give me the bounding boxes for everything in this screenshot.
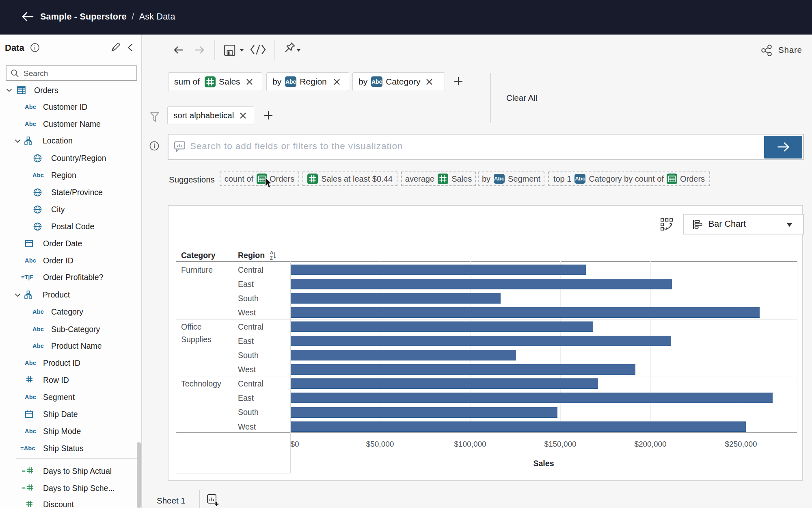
svg-text:A: A — [270, 250, 273, 255]
svg-text:Z: Z — [270, 256, 273, 261]
